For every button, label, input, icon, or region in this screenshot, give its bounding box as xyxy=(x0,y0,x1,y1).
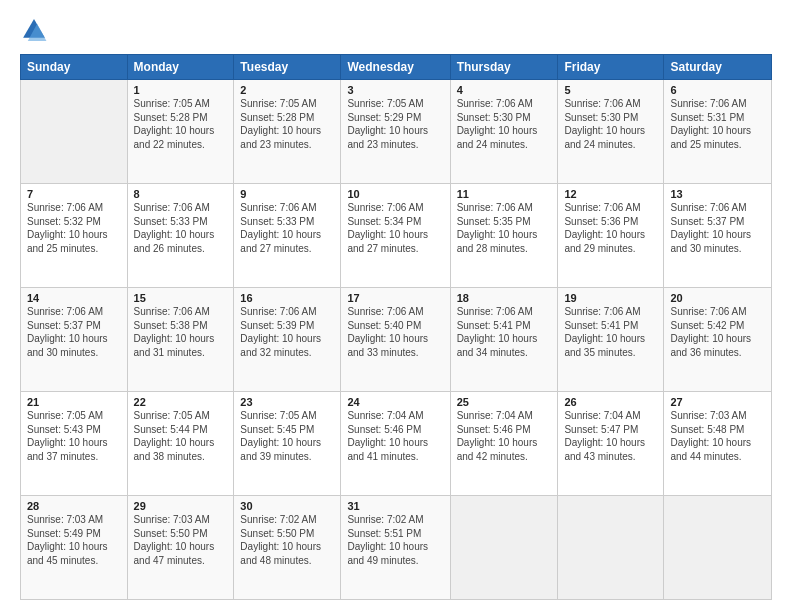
calendar-cell: 20Sunrise: 7:06 AMSunset: 5:42 PMDayligh… xyxy=(664,288,772,392)
cell-info: Sunrise: 7:05 AMSunset: 5:28 PMDaylight:… xyxy=(240,98,321,150)
cell-info: Sunrise: 7:06 AMSunset: 5:30 PMDaylight:… xyxy=(564,98,645,150)
day-number: 20 xyxy=(670,292,765,304)
day-header-saturday: Saturday xyxy=(664,55,772,80)
day-header-thursday: Thursday xyxy=(450,55,558,80)
week-row-4: 21Sunrise: 7:05 AMSunset: 5:43 PMDayligh… xyxy=(21,392,772,496)
day-number: 3 xyxy=(347,84,443,96)
day-number: 6 xyxy=(670,84,765,96)
calendar-cell: 3Sunrise: 7:05 AMSunset: 5:29 PMDaylight… xyxy=(341,80,450,184)
day-number: 26 xyxy=(564,396,657,408)
day-number: 28 xyxy=(27,500,121,512)
calendar-cell: 27Sunrise: 7:03 AMSunset: 5:48 PMDayligh… xyxy=(664,392,772,496)
cell-info: Sunrise: 7:03 AMSunset: 5:50 PMDaylight:… xyxy=(134,514,215,566)
header xyxy=(20,16,772,44)
day-number: 10 xyxy=(347,188,443,200)
calendar-cell: 11Sunrise: 7:06 AMSunset: 5:35 PMDayligh… xyxy=(450,184,558,288)
day-number: 17 xyxy=(347,292,443,304)
day-number: 4 xyxy=(457,84,552,96)
day-number: 1 xyxy=(134,84,228,96)
day-number: 25 xyxy=(457,396,552,408)
day-header-wednesday: Wednesday xyxy=(341,55,450,80)
cell-info: Sunrise: 7:06 AMSunset: 5:37 PMDaylight:… xyxy=(670,202,751,254)
calendar-cell: 18Sunrise: 7:06 AMSunset: 5:41 PMDayligh… xyxy=(450,288,558,392)
calendar-cell: 13Sunrise: 7:06 AMSunset: 5:37 PMDayligh… xyxy=(664,184,772,288)
calendar-cell: 4Sunrise: 7:06 AMSunset: 5:30 PMDaylight… xyxy=(450,80,558,184)
cell-info: Sunrise: 7:04 AMSunset: 5:47 PMDaylight:… xyxy=(564,410,645,462)
calendar-cell: 14Sunrise: 7:06 AMSunset: 5:37 PMDayligh… xyxy=(21,288,128,392)
week-row-1: 1Sunrise: 7:05 AMSunset: 5:28 PMDaylight… xyxy=(21,80,772,184)
cell-info: Sunrise: 7:04 AMSunset: 5:46 PMDaylight:… xyxy=(347,410,428,462)
cell-info: Sunrise: 7:06 AMSunset: 5:35 PMDaylight:… xyxy=(457,202,538,254)
calendar-cell: 2Sunrise: 7:05 AMSunset: 5:28 PMDaylight… xyxy=(234,80,341,184)
day-number: 24 xyxy=(347,396,443,408)
calendar-cell: 31Sunrise: 7:02 AMSunset: 5:51 PMDayligh… xyxy=(341,496,450,600)
cell-info: Sunrise: 7:06 AMSunset: 5:33 PMDaylight:… xyxy=(240,202,321,254)
calendar-cell: 7Sunrise: 7:06 AMSunset: 5:32 PMDaylight… xyxy=(21,184,128,288)
cell-info: Sunrise: 7:06 AMSunset: 5:40 PMDaylight:… xyxy=(347,306,428,358)
week-row-5: 28Sunrise: 7:03 AMSunset: 5:49 PMDayligh… xyxy=(21,496,772,600)
week-row-2: 7Sunrise: 7:06 AMSunset: 5:32 PMDaylight… xyxy=(21,184,772,288)
day-number: 11 xyxy=(457,188,552,200)
day-number: 13 xyxy=(670,188,765,200)
calendar-cell: 19Sunrise: 7:06 AMSunset: 5:41 PMDayligh… xyxy=(558,288,664,392)
cell-info: Sunrise: 7:05 AMSunset: 5:43 PMDaylight:… xyxy=(27,410,108,462)
day-header-monday: Monday xyxy=(127,55,234,80)
calendar-cell: 29Sunrise: 7:03 AMSunset: 5:50 PMDayligh… xyxy=(127,496,234,600)
calendar-cell: 9Sunrise: 7:06 AMSunset: 5:33 PMDaylight… xyxy=(234,184,341,288)
calendar-table: SundayMondayTuesdayWednesdayThursdayFrid… xyxy=(20,54,772,600)
day-number: 14 xyxy=(27,292,121,304)
cell-info: Sunrise: 7:06 AMSunset: 5:37 PMDaylight:… xyxy=(27,306,108,358)
calendar-cell: 25Sunrise: 7:04 AMSunset: 5:46 PMDayligh… xyxy=(450,392,558,496)
calendar-cell xyxy=(558,496,664,600)
day-number: 29 xyxy=(134,500,228,512)
calendar-cell: 30Sunrise: 7:02 AMSunset: 5:50 PMDayligh… xyxy=(234,496,341,600)
header-row: SundayMondayTuesdayWednesdayThursdayFrid… xyxy=(21,55,772,80)
calendar-cell: 6Sunrise: 7:06 AMSunset: 5:31 PMDaylight… xyxy=(664,80,772,184)
day-number: 30 xyxy=(240,500,334,512)
day-number: 12 xyxy=(564,188,657,200)
cell-info: Sunrise: 7:06 AMSunset: 5:41 PMDaylight:… xyxy=(564,306,645,358)
week-row-3: 14Sunrise: 7:06 AMSunset: 5:37 PMDayligh… xyxy=(21,288,772,392)
day-number: 5 xyxy=(564,84,657,96)
calendar-cell: 15Sunrise: 7:06 AMSunset: 5:38 PMDayligh… xyxy=(127,288,234,392)
cell-info: Sunrise: 7:05 AMSunset: 5:45 PMDaylight:… xyxy=(240,410,321,462)
calendar-cell: 1Sunrise: 7:05 AMSunset: 5:28 PMDaylight… xyxy=(127,80,234,184)
day-number: 31 xyxy=(347,500,443,512)
calendar-cell: 21Sunrise: 7:05 AMSunset: 5:43 PMDayligh… xyxy=(21,392,128,496)
cell-info: Sunrise: 7:06 AMSunset: 5:31 PMDaylight:… xyxy=(670,98,751,150)
cell-info: Sunrise: 7:02 AMSunset: 5:51 PMDaylight:… xyxy=(347,514,428,566)
calendar-cell: 24Sunrise: 7:04 AMSunset: 5:46 PMDayligh… xyxy=(341,392,450,496)
calendar-cell: 23Sunrise: 7:05 AMSunset: 5:45 PMDayligh… xyxy=(234,392,341,496)
day-header-tuesday: Tuesday xyxy=(234,55,341,80)
day-number: 19 xyxy=(564,292,657,304)
calendar-cell: 26Sunrise: 7:04 AMSunset: 5:47 PMDayligh… xyxy=(558,392,664,496)
cell-info: Sunrise: 7:06 AMSunset: 5:39 PMDaylight:… xyxy=(240,306,321,358)
cell-info: Sunrise: 7:03 AMSunset: 5:48 PMDaylight:… xyxy=(670,410,751,462)
calendar-cell: 8Sunrise: 7:06 AMSunset: 5:33 PMDaylight… xyxy=(127,184,234,288)
cell-info: Sunrise: 7:06 AMSunset: 5:38 PMDaylight:… xyxy=(134,306,215,358)
cell-info: Sunrise: 7:06 AMSunset: 5:36 PMDaylight:… xyxy=(564,202,645,254)
calendar-cell: 5Sunrise: 7:06 AMSunset: 5:30 PMDaylight… xyxy=(558,80,664,184)
cell-info: Sunrise: 7:05 AMSunset: 5:29 PMDaylight:… xyxy=(347,98,428,150)
logo-icon xyxy=(20,16,48,44)
day-header-friday: Friday xyxy=(558,55,664,80)
day-number: 8 xyxy=(134,188,228,200)
calendar-cell: 12Sunrise: 7:06 AMSunset: 5:36 PMDayligh… xyxy=(558,184,664,288)
calendar-cell xyxy=(450,496,558,600)
day-number: 27 xyxy=(670,396,765,408)
day-number: 7 xyxy=(27,188,121,200)
calendar-cell: 17Sunrise: 7:06 AMSunset: 5:40 PMDayligh… xyxy=(341,288,450,392)
calendar-cell: 10Sunrise: 7:06 AMSunset: 5:34 PMDayligh… xyxy=(341,184,450,288)
day-number: 21 xyxy=(27,396,121,408)
cell-info: Sunrise: 7:05 AMSunset: 5:28 PMDaylight:… xyxy=(134,98,215,150)
cell-info: Sunrise: 7:06 AMSunset: 5:34 PMDaylight:… xyxy=(347,202,428,254)
cell-info: Sunrise: 7:06 AMSunset: 5:32 PMDaylight:… xyxy=(27,202,108,254)
calendar-cell: 22Sunrise: 7:05 AMSunset: 5:44 PMDayligh… xyxy=(127,392,234,496)
day-number: 22 xyxy=(134,396,228,408)
cell-info: Sunrise: 7:06 AMSunset: 5:42 PMDaylight:… xyxy=(670,306,751,358)
day-number: 23 xyxy=(240,396,334,408)
day-number: 2 xyxy=(240,84,334,96)
logo xyxy=(20,16,52,44)
cell-info: Sunrise: 7:05 AMSunset: 5:44 PMDaylight:… xyxy=(134,410,215,462)
cell-info: Sunrise: 7:06 AMSunset: 5:30 PMDaylight:… xyxy=(457,98,538,150)
